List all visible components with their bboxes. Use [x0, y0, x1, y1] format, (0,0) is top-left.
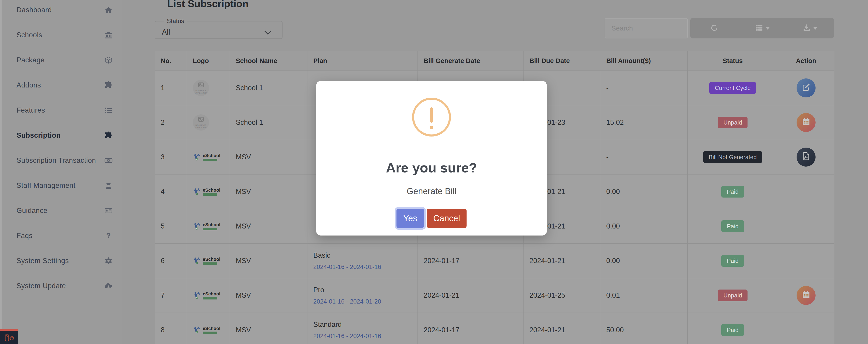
sidebar-item-label: System Settings — [17, 257, 104, 265]
cell-action — [778, 209, 834, 244]
laravel-logo-icon — [0, 331, 18, 344]
id-card-icon — [104, 206, 113, 215]
plan-date-range-link[interactable]: 2024-01-16 - 2024-01-20 — [313, 298, 417, 305]
banknote-icon — [104, 156, 113, 165]
plan-name: Basic — [313, 251, 417, 259]
status-badge: Bill Not Generated — [703, 151, 762, 163]
cell-bill-generate-date: 2024-01-17 — [418, 244, 524, 278]
photo-icon — [198, 81, 204, 90]
dialog-buttons: Yes Cancel — [397, 209, 467, 228]
search-input[interactable] — [604, 18, 688, 38]
status-badge: Unpaid — [718, 289, 747, 301]
column-header-action: Action — [778, 51, 834, 71]
cell-bill-due-date: 2024-01-21 — [524, 244, 600, 278]
sidebar-item-system-update[interactable]: System Update — [2, 273, 122, 298]
sidebar-item-subscription-transaction[interactable]: Subscription Transaction — [2, 148, 122, 173]
cell-school-name: School 1 — [230, 71, 307, 105]
sidebar-item-staff-management[interactable]: Staff Management — [2, 173, 122, 198]
cell-bill-amount: 0.00 — [600, 209, 688, 244]
cloud-download-icon — [104, 281, 113, 290]
column-header-bill-due-date: Bill Due Date — [524, 51, 600, 71]
cell-status: Paid — [688, 244, 778, 278]
cell-bill-amount: 15.02 — [600, 105, 688, 140]
pdf-icon — [802, 152, 810, 162]
cell-action — [778, 105, 834, 140]
cell-bill-due-date: 2024-01-25 — [524, 278, 600, 313]
cell-school-name: MSV — [230, 175, 307, 209]
cancel-button[interactable]: Cancel — [427, 209, 467, 228]
status-filter-value: All — [162, 28, 170, 36]
cell-bill-amount: - — [600, 71, 688, 105]
cell-bill-amount: 0.00 — [600, 175, 688, 209]
cell-bill-generate-date: 2024-01-17 — [418, 313, 524, 344]
plan-date-range-link[interactable]: 2024-01-16 - 2024-01-16 — [313, 333, 417, 340]
package-icon — [104, 56, 113, 65]
eschool-tagline-badge — [203, 332, 217, 334]
status-filter-select[interactable]: Status All — [155, 18, 283, 39]
warning-icon — [412, 98, 451, 136]
export-button[interactable] — [786, 18, 834, 38]
sidebar-item-guidance[interactable]: Guidance — [2, 198, 122, 223]
cell-logo: eSchool — [187, 175, 230, 209]
sidebar-item-label: Guidance — [17, 207, 104, 215]
sidebar-item-package[interactable]: Package — [2, 48, 122, 72]
cell-no: 6 — [155, 244, 187, 278]
gear-icon — [104, 256, 113, 265]
cell-logo: eSchool — [187, 140, 230, 175]
chevron-down-icon — [264, 28, 271, 35]
cell-status: Paid — [688, 175, 778, 209]
export-icon — [802, 24, 811, 33]
left-scroll-strip — [0, 0, 2, 344]
table-row: 7eSchoolMSVPro2024-01-16 - 2024-01-20202… — [155, 278, 834, 313]
dialog-title: Are you sure? — [386, 160, 477, 176]
columns-icon — [755, 24, 763, 33]
cell-no: 5 — [155, 209, 187, 244]
sidebar-item-label: Staff Management — [17, 182, 104, 190]
columns-button[interactable] — [738, 18, 786, 38]
eschool-tagline-badge — [203, 228, 217, 230]
puzzle-icon — [104, 81, 113, 90]
eschool-tagline-badge — [203, 262, 217, 265]
calendar-action-button[interactable] — [797, 113, 815, 132]
cell-status: Paid — [688, 313, 778, 344]
cell-status: Unpaid — [688, 105, 778, 140]
cell-action — [778, 140, 834, 175]
cell-logo: NO IMAGEAVAILABLE — [187, 71, 230, 105]
laravel-debugbar-toggle[interactable] — [0, 329, 18, 344]
cell-logo: eSchool — [187, 244, 230, 278]
sidebar-item-label: Faqs — [17, 232, 104, 240]
refresh-button[interactable] — [690, 18, 738, 38]
sidebar-item-label: Subscription — [17, 131, 104, 139]
status-badge: Paid — [721, 186, 744, 197]
sidebar-item-subscription[interactable]: Subscription — [2, 123, 122, 148]
cell-school-name: MSV — [230, 313, 307, 344]
edit-action-button[interactable] — [797, 79, 815, 97]
bank-icon — [104, 31, 113, 39]
cell-action — [778, 244, 834, 278]
pdf-action-button[interactable] — [797, 148, 815, 166]
cell-status: Bill Not Generated — [688, 140, 778, 175]
cell-action — [778, 71, 834, 105]
school-logo: eSchool — [193, 222, 230, 230]
caret-down-icon — [766, 27, 770, 30]
sidebar-item-faqs[interactable]: Faqs? — [2, 223, 122, 248]
calendar-action-button[interactable] — [797, 286, 815, 305]
cell-plan: Basic2024-01-16 - 2024-01-16 — [307, 244, 418, 278]
cell-status: Paid — [688, 209, 778, 244]
sidebar-item-dashboard[interactable]: Dashboard — [2, 0, 122, 22]
cell-bill-amount: 50.00 — [600, 313, 688, 344]
plan-date-range-link[interactable]: 2024-01-16 - 2024-01-16 — [313, 263, 417, 271]
status-badge: Paid — [721, 324, 744, 336]
table-row: 6eSchoolMSVBasic2024-01-16 - 2024-01-162… — [155, 244, 834, 278]
sidebar-item-label: Schools — [17, 31, 104, 39]
sidebar-item-features[interactable]: Features — [2, 98, 122, 123]
sidebar-item-schools[interactable]: Schools — [2, 22, 122, 48]
confirm-yes-button[interactable]: Yes — [397, 209, 424, 228]
sidebar-item-addons[interactable]: Addons — [2, 72, 122, 98]
eschool-tagline-badge — [203, 297, 217, 300]
school-logo: eSchool — [193, 326, 230, 334]
column-header-plan: Plan — [307, 51, 418, 71]
sidebar-item-system-settings[interactable]: System Settings — [2, 248, 122, 273]
column-header-no: No. — [155, 51, 187, 71]
cell-no: 7 — [155, 278, 187, 313]
